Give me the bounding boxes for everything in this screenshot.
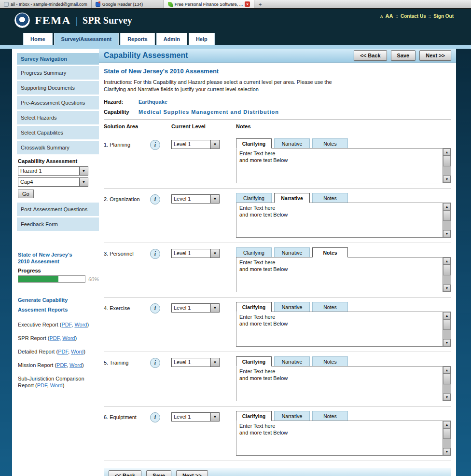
pdf-link[interactable]: PDF bbox=[62, 322, 72, 327]
tab-narrative[interactable]: Narrative bbox=[274, 356, 310, 367]
info-icon[interactable]: i bbox=[150, 358, 160, 368]
info-icon[interactable]: i bbox=[150, 412, 160, 422]
tab-help[interactable]: Help bbox=[189, 33, 215, 45]
scroll-up-icon[interactable]: ▲ bbox=[443, 203, 451, 210]
word-link[interactable]: Word bbox=[74, 322, 87, 327]
tab-survey-assessment[interactable]: Survey/Assessment bbox=[54, 33, 119, 45]
word-link[interactable]: Word bbox=[71, 349, 83, 354]
scroll-down-icon[interactable]: ▼ bbox=[443, 448, 451, 455]
scroll-down-icon[interactable]: ▼ bbox=[443, 394, 451, 401]
scroll-down-icon[interactable]: ▼ bbox=[443, 176, 451, 183]
tab-clarifying[interactable]: Clarifying bbox=[236, 411, 272, 421]
notes-textarea[interactable]: Enter Text here and more text Below ▲ ▼ bbox=[236, 312, 451, 347]
tab-clarifying[interactable]: Clarifying bbox=[236, 302, 272, 312]
tab-notes[interactable]: Notes bbox=[312, 193, 348, 203]
font-size-small-button[interactable]: A bbox=[380, 14, 383, 19]
next-button[interactable]: Next >> bbox=[176, 470, 208, 476]
browser-tab-reader[interactable]: Google Reader (134) bbox=[92, 0, 164, 8]
contact-us-link[interactable]: Contact Us bbox=[401, 14, 426, 19]
tab-reports[interactable]: Reports bbox=[120, 33, 155, 45]
scrollbar[interactable]: ▲ ▼ bbox=[443, 367, 451, 401]
tab-narrative[interactable]: Narrative bbox=[274, 302, 310, 312]
chevron-down-icon[interactable]: ▼ bbox=[210, 140, 219, 149]
info-icon[interactable]: i bbox=[150, 249, 160, 259]
go-button[interactable]: Go bbox=[18, 190, 34, 198]
scroll-down-icon[interactable]: ▼ bbox=[443, 230, 451, 237]
scrollbar[interactable]: ▲ ▼ bbox=[443, 203, 451, 237]
capability-select[interactable]: Cap4 ▼ bbox=[18, 177, 88, 187]
chevron-down-icon[interactable]: ▼ bbox=[210, 304, 219, 312]
current-level-select[interactable]: Level 1 ▼ bbox=[171, 412, 220, 422]
notes-textarea[interactable]: Enter Text here and more text Below ▲ ▼ bbox=[236, 421, 451, 456]
tab-clarifying[interactable]: Clarifying bbox=[236, 356, 272, 367]
capability-value[interactable]: Medical Supplies Management and Distribu… bbox=[139, 109, 279, 115]
sign-out-link[interactable]: Sign Out bbox=[433, 14, 454, 19]
tab-notes[interactable]: Notes bbox=[312, 411, 348, 421]
scroll-thumb[interactable] bbox=[443, 428, 451, 439]
current-level-select[interactable]: Level 1 ▼ bbox=[171, 140, 220, 149]
chevron-down-icon[interactable]: ▼ bbox=[79, 178, 88, 186]
sidebar-item-progress-summary[interactable]: Progress Summary bbox=[17, 66, 99, 80]
sidebar-item-select-capabilities[interactable]: Select Capabilites bbox=[17, 126, 99, 139]
word-link[interactable]: Word bbox=[50, 382, 63, 388]
notes-textarea[interactable]: Enter Text here and more text Below ▲ ▼ bbox=[236, 148, 451, 183]
tab-admin[interactable]: Admin bbox=[156, 33, 187, 45]
tab-clarifying[interactable]: Clarifying bbox=[236, 138, 272, 149]
tab-notes[interactable]: Notes bbox=[312, 302, 348, 312]
new-tab-button[interactable]: + bbox=[254, 0, 266, 8]
word-link[interactable]: Word bbox=[62, 335, 75, 341]
sidebar-item-post-assessment-questions[interactable]: Post-Assessment Questions bbox=[17, 203, 99, 216]
scroll-up-icon[interactable]: ▲ bbox=[443, 421, 451, 428]
chevron-down-icon[interactable]: ▼ bbox=[210, 358, 219, 367]
word-link[interactable]: Word bbox=[69, 362, 82, 368]
current-level-select[interactable]: Level 1 ▼ bbox=[171, 194, 220, 204]
scroll-thumb[interactable] bbox=[443, 156, 451, 166]
back-button[interactable]: << Back bbox=[109, 470, 141, 476]
close-tab-icon[interactable]: x bbox=[245, 1, 250, 7]
scroll-down-icon[interactable]: ▼ bbox=[443, 285, 451, 292]
notes-textarea[interactable]: Enter Text here and more text Below ▲ ▼ bbox=[236, 257, 451, 292]
scroll-up-icon[interactable]: ▲ bbox=[443, 367, 451, 374]
tab-home[interactable]: Home bbox=[23, 33, 53, 45]
scroll-thumb[interactable] bbox=[443, 374, 451, 384]
scrollbar[interactable]: ▲ ▼ bbox=[443, 258, 451, 292]
tab-notes[interactable]: Notes bbox=[312, 138, 348, 149]
notes-textarea[interactable]: Enter Text here and more text Below ▲ ▼ bbox=[236, 203, 451, 238]
pdf-link[interactable]: PDF bbox=[58, 349, 68, 354]
tab-clarifying[interactable]: Clarifying bbox=[236, 247, 272, 258]
font-size-large-button[interactable]: AA bbox=[386, 13, 393, 19]
back-button[interactable]: << Back bbox=[354, 50, 387, 61]
hazard-value[interactable]: Earthquake bbox=[139, 99, 167, 105]
chevron-down-icon[interactable]: ▼ bbox=[210, 249, 219, 258]
notes-textarea[interactable]: Enter Text here and more text Below ▲ ▼ bbox=[236, 366, 451, 401]
current-level-select[interactable]: Level 1 ▼ bbox=[171, 249, 220, 258]
sidebar-item-select-hazards[interactable]: Select Hazards bbox=[17, 111, 99, 124]
scrollbar[interactable]: ▲ ▼ bbox=[443, 149, 451, 183]
sidebar-item-supporting-documents[interactable]: Supporting Documents bbox=[17, 81, 99, 95]
info-icon[interactable]: i bbox=[150, 194, 160, 204]
info-icon[interactable]: i bbox=[150, 303, 160, 313]
chevron-down-icon[interactable]: ▼ bbox=[79, 167, 88, 175]
pdf-link[interactable]: PDF bbox=[37, 382, 47, 388]
sidebar-item-crosswalk-summary[interactable]: Crosswalk Summary bbox=[17, 141, 99, 154]
tab-narrative[interactable]: Narrative bbox=[274, 193, 310, 203]
tab-clarifying[interactable]: Clarifying bbox=[236, 193, 272, 203]
scroll-thumb[interactable] bbox=[443, 319, 451, 330]
scrollbar[interactable]: ▲ ▼ bbox=[443, 312, 451, 346]
hazard-select[interactable]: Hazard 1 ▼ bbox=[18, 166, 88, 176]
scroll-thumb[interactable] bbox=[443, 210, 451, 221]
next-button[interactable]: Next >> bbox=[419, 50, 451, 61]
scroll-up-icon[interactable]: ▲ bbox=[443, 258, 451, 265]
chevron-down-icon[interactable]: ▼ bbox=[210, 195, 219, 203]
current-level-select[interactable]: Level 1 ▼ bbox=[171, 303, 220, 313]
info-icon[interactable]: i bbox=[150, 140, 160, 150]
sidebar-item-pre-assessment-questions[interactable]: Pre-Assessment Questions bbox=[17, 96, 99, 109]
current-level-select[interactable]: Level 1 ▼ bbox=[171, 358, 220, 367]
save-button[interactable]: Save bbox=[146, 470, 171, 476]
chevron-down-icon[interactable]: ▼ bbox=[210, 413, 219, 421]
tab-narrative[interactable]: Narrative bbox=[274, 138, 310, 149]
browser-tab-mint[interactable]: Free Personal Finance Software, ... x bbox=[164, 0, 255, 8]
tab-narrative[interactable]: Narrative bbox=[274, 247, 310, 258]
scroll-down-icon[interactable]: ▼ bbox=[443, 339, 451, 346]
scroll-up-icon[interactable]: ▲ bbox=[443, 312, 451, 319]
